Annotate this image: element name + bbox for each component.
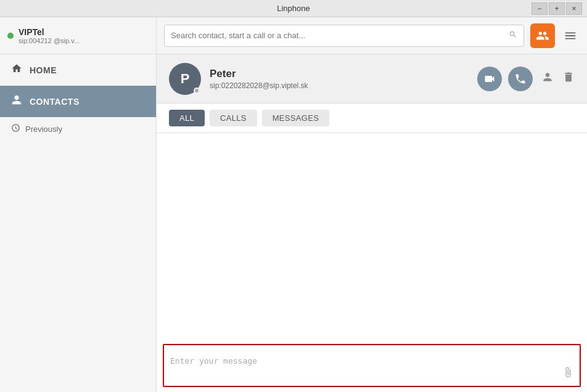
top-bar bbox=[157, 17, 587, 54]
tab-all[interactable]: ALL bbox=[169, 110, 205, 126]
tab-messages[interactable]: MESSAGES bbox=[262, 110, 329, 126]
tab-bar: ALL CALLS MESSAGES bbox=[157, 104, 587, 133]
contact-name: Peter bbox=[210, 68, 477, 80]
user-header: VIPTel sip:004212 @sip.v... bbox=[0, 17, 156, 54]
tab-calls[interactable]: CALLS bbox=[210, 110, 257, 126]
avatar-letter: P bbox=[181, 71, 190, 87]
contact-details: Peter sip:0220282028@sip.viptel.sk bbox=[210, 68, 477, 90]
sidebar: VIPTel sip:004212 @sip.v... HOME CONTACT… bbox=[0, 17, 157, 392]
delete-contact-icon[interactable] bbox=[562, 71, 575, 86]
close-button[interactable]: × bbox=[566, 2, 582, 15]
message-input-area bbox=[163, 344, 581, 387]
previously-label: Previously bbox=[25, 125, 62, 134]
home-icon bbox=[11, 63, 22, 77]
user-name: VIPTel bbox=[18, 27, 80, 37]
search-input[interactable] bbox=[171, 31, 506, 40]
contact-actions bbox=[477, 67, 575, 91]
audio-call-button[interactable] bbox=[508, 67, 533, 91]
sidebar-item-home[interactable]: HOME bbox=[0, 54, 156, 86]
window-controls: − + × bbox=[532, 2, 582, 15]
attach-icon[interactable] bbox=[562, 367, 573, 381]
menu-button[interactable] bbox=[561, 27, 580, 45]
maximize-button[interactable]: + bbox=[549, 2, 565, 15]
status-dot bbox=[7, 33, 14, 39]
edit-contact-icon[interactable] bbox=[541, 71, 554, 86]
clock-icon bbox=[11, 123, 20, 134]
video-call-button[interactable] bbox=[477, 67, 502, 91]
search-box[interactable] bbox=[164, 25, 524, 47]
search-icon bbox=[509, 30, 517, 41]
user-sip: sip:004212 @sip.v... bbox=[18, 37, 80, 44]
sidebar-item-home-label: HOME bbox=[30, 65, 57, 75]
title-bar: Linphone − + × bbox=[0, 0, 587, 17]
contact-header: P Peter sip:0220282028@sip.viptel.sk bbox=[157, 54, 587, 104]
app-title: Linphone bbox=[277, 4, 310, 13]
chat-area bbox=[157, 133, 587, 339]
sidebar-item-contacts-label: CONTACTS bbox=[30, 97, 80, 107]
avatar: P bbox=[169, 63, 201, 95]
minimize-button[interactable]: − bbox=[532, 2, 548, 15]
sidebar-item-previously[interactable]: Previously bbox=[0, 117, 156, 141]
contact-sip: sip:0220282028@sip.viptel.sk bbox=[210, 81, 477, 90]
app-body: VIPTel sip:004212 @sip.v... HOME CONTACT… bbox=[0, 17, 587, 392]
sidebar-item-contacts[interactable]: CONTACTS bbox=[0, 86, 156, 117]
main-panel: P Peter sip:0220282028@sip.viptel.sk bbox=[157, 17, 587, 392]
user-info: VIPTel sip:004212 @sip.v... bbox=[18, 27, 80, 44]
message-input[interactable] bbox=[170, 356, 562, 375]
contacts-icon bbox=[11, 94, 22, 108]
avatar-status-dot bbox=[194, 88, 200, 94]
new-contact-button[interactable] bbox=[530, 23, 555, 48]
